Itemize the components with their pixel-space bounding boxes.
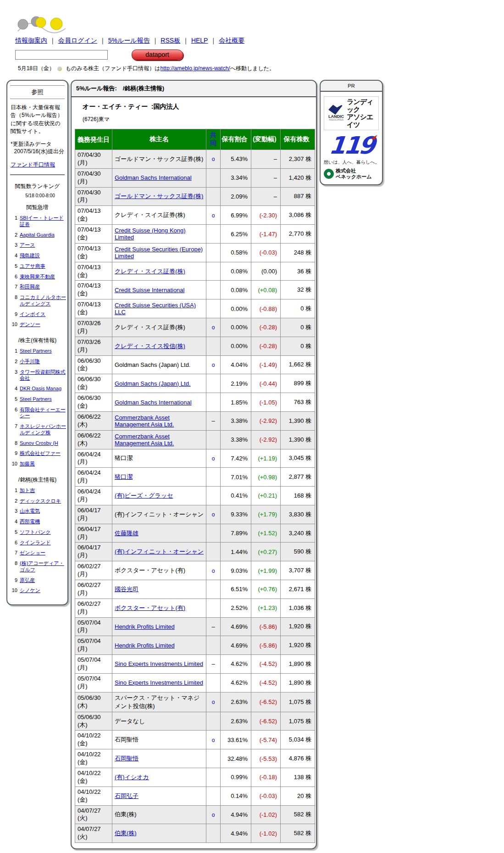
ranking-item-link[interactable]: Sunov Crosby (H	[20, 440, 58, 447]
nav-link-company[interactable]: 会社概要	[219, 37, 244, 44]
ranking-item-number: 10	[10, 461, 17, 467]
benec-home-ad-banner[interactable]: 119 想いは、人へ、暮らしへ。 株式会社 ベネックホーム	[324, 135, 379, 180]
shareholder-link[interactable]: Credit Suisse Securities (USA) LLC	[115, 302, 196, 316]
ranking-item-link[interactable]: ネスレジャパンホールディング株	[20, 423, 66, 436]
holding-ratio-cell: 2.63%	[221, 712, 251, 731]
ranking-item-link[interactable]: 有限会社ティーエーシー	[20, 407, 66, 420]
ranking-item-link[interactable]: インボイス	[20, 311, 45, 318]
nav-link-5percent-report[interactable]: 5%ルール報告	[108, 37, 150, 44]
shareholder-link[interactable]: 石岡聖悟	[115, 755, 138, 762]
shareholder-link[interactable]: 猪口潔	[115, 473, 133, 480]
shareholder-link[interactable]: クレディ・スイス投信(株)	[115, 343, 185, 349]
ranking-item-number: 5	[10, 529, 17, 536]
ranking-item-link[interactable]: タワー投資顧問株式会社	[20, 369, 66, 382]
ranking-item-link[interactable]: (株)アコーディア・ゴルフ	[20, 560, 66, 573]
reference-sidebar: 参照 日本株・大量保有報告（5%ルール報告）に関する現在状況の閲覧サイト。 *更…	[6, 80, 68, 605]
nav-link-help[interactable]: HELP	[191, 37, 208, 44]
ranking-item-link[interactable]: 西部電機	[20, 519, 40, 525]
ranking-item-link[interactable]: ユアサ商事	[20, 263, 45, 270]
change-cell: (-1.49)	[251, 355, 281, 374]
ranking-item-link[interactable]: クインランド	[20, 540, 51, 546]
table-row: 07/04/13(金)Credit Suisse Securities (Eur…	[75, 243, 315, 262]
nav-link-rss[interactable]: RSS板	[161, 37, 180, 44]
holding-ratio-cell: 7.01%	[221, 468, 251, 487]
ranking-item-link[interactable]: アース	[20, 242, 35, 249]
ranking-item-link[interactable]: シノケン	[20, 587, 40, 594]
shareholder-link[interactable]: Hendrik Profits Limited	[115, 623, 175, 630]
change-cell: (+0.76)	[251, 580, 281, 598]
ranking-item-link[interactable]: Aapital Guardia	[20, 232, 55, 238]
ranking-item-number: 6	[10, 274, 17, 280]
landic-ad-banner[interactable]: LANDIC ASSOCIATES ランディック アソシエイツ	[324, 96, 379, 130]
table-row: 07/03/26(月)クレディ・スイス投信(株)0.00%(-0.28)0 株	[75, 337, 315, 355]
shareholder-link[interactable]: クレディ・スイス証券(株)	[115, 268, 185, 275]
shareholder-link[interactable]: Hendrik Profits Limited	[115, 642, 175, 649]
ranking-item-link[interactable]: 加藤暠	[20, 461, 35, 467]
ranking-item-link[interactable]: ゼンショー	[20, 550, 45, 556]
shareholder-link[interactable]: Commerzbank Asset Management Asia Ltd.	[115, 414, 174, 428]
obligation-date-cell: 04/07/27(火)	[75, 805, 112, 824]
ranking-item-link[interactable]: デンソー	[20, 321, 40, 328]
shareholder-link[interactable]: Sino Experts Investments Limited	[115, 679, 203, 686]
table-row: 06/04/24(月)猪口潔o7.42%(+1.19)3,045 株	[75, 449, 315, 468]
ranking-item-link[interactable]: 山水電気	[20, 508, 40, 515]
ranking-item-link[interactable]: Steel Partners	[20, 348, 52, 354]
shareholder-name: クレディ・スイス証券(株)	[115, 324, 185, 331]
holding-ratio-cell: 4.94%	[221, 824, 251, 843]
fund-info-link[interactable]: ファンド手口情報	[11, 161, 55, 168]
shareholder-link[interactable]: Commerzbank Asset Management Asia Ltd.	[115, 433, 174, 447]
table-row: 06/06/30(金)Goldman Sachs (Japan) Ltd.o4.…	[75, 355, 315, 374]
ranking-item-link[interactable]: 原弘産	[20, 577, 35, 584]
shareholder-link[interactable]: ボクスター・アセット(有)	[115, 604, 185, 611]
shareholder-link[interactable]: Goldman Sachs International	[115, 174, 192, 181]
ranking-item-link[interactable]: コニカミノルタホールディングス	[20, 294, 66, 307]
shareholder-link[interactable]: ゴールドマン・サックス証券(株)	[115, 193, 203, 199]
nav-link-info[interactable]: 情報御案内	[15, 37, 47, 44]
notice-link[interactable]: http://ameblo.jp/news-watch/	[161, 65, 230, 72]
shareholder-name: スパークス・アセット・マネジメント投信(株)	[115, 694, 199, 709]
change-cell: (-0.28)	[251, 337, 281, 355]
shareholder-link[interactable]: 佐藤隆雄	[115, 530, 138, 537]
ranking-item: 2小手川隆	[10, 359, 66, 365]
shares-held-cell: 2,877 株	[281, 468, 315, 487]
ranking-item-link[interactable]: 東映興業不動産	[20, 274, 55, 280]
ranking-item-link[interactable]: DKR Oasis Manag	[20, 386, 61, 392]
search-input[interactable]	[15, 50, 108, 60]
shareholder-link[interactable]: (有)インフィニット・オーシャン	[115, 548, 204, 555]
obligation-date-cell: 05/07/04(月)	[75, 617, 112, 636]
ranking-item-link[interactable]: 株式会社ゼファー	[20, 450, 61, 457]
shareholder-link[interactable]: Credit Suisse (Hong Kong) Limited	[115, 227, 186, 241]
dataport-search-button[interactable]: dataport	[132, 50, 183, 60]
change-cell: (+1.52)	[251, 524, 281, 543]
ranking-item-number: 3	[10, 369, 17, 382]
ranking-item-link[interactable]: 飛島建設	[20, 253, 40, 259]
ranking-item-link[interactable]: ディックスクロキ	[20, 498, 61, 504]
shareholder-name-cell: (有)インフィニット・オーシャン	[112, 543, 206, 561]
table-row: 05/07/04(月)Sino Experts Investments Limi…	[75, 673, 315, 692]
joint-cell	[206, 673, 221, 692]
ranking-item-link[interactable]: SBIイー・トレード証券	[20, 215, 66, 228]
shareholder-link[interactable]: 國谷光司	[115, 586, 138, 593]
shareholder-link[interactable]: Goldman Sachs International	[115, 399, 192, 406]
ranking-item-link[interactable]: 加ト吉	[20, 487, 35, 494]
shareholder-name-cell: データなし	[112, 712, 206, 731]
ranking-item-link[interactable]: Steel Partners	[20, 396, 52, 403]
shareholder-link[interactable]: Credit Suisse International	[115, 287, 184, 294]
nav-link-login[interactable]: 会員ログイン	[58, 37, 97, 44]
shareholder-link[interactable]: 石岡弘子	[115, 792, 138, 799]
shareholder-link[interactable]: Sino Experts Investments Limited	[115, 660, 203, 667]
ranking-item-link[interactable]: 小手川隆	[20, 359, 40, 365]
shareholder-link[interactable]: Credit Suisse Securities (Europe) Limite…	[115, 246, 203, 260]
ranking-title: 閲覧数ランキング	[7, 180, 67, 191]
ranking-item-link[interactable]: ソフトバンク	[20, 529, 51, 536]
shareholder-link[interactable]: Goldman Sachs (Japan) Ltd.	[115, 380, 190, 387]
shareholder-link[interactable]: 伯東(株)	[115, 830, 137, 836]
ranking-item-link[interactable]: 和田興産	[20, 284, 40, 290]
ranking-item-number: 1	[10, 487, 17, 494]
shareholder-link[interactable]: (有)イシオカ	[115, 774, 149, 781]
change-cell: –	[251, 150, 281, 169]
shareholder-link[interactable]: (有)ビーズ・グラッセ	[115, 492, 173, 499]
joint-cell: o	[206, 318, 221, 337]
table-row: 06/02/27(月)國谷光司6.51%(+0.76)2,671 株	[75, 580, 315, 598]
holding-ratio-cell: 4.04%	[221, 355, 251, 374]
